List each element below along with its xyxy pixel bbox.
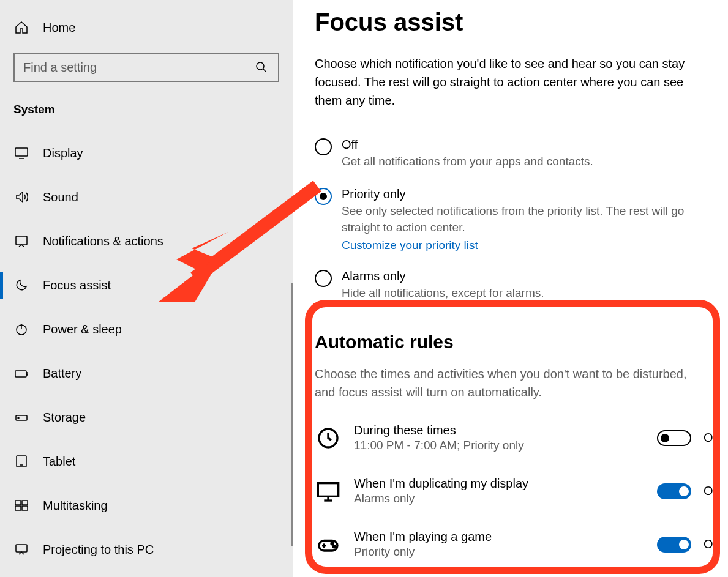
home-label: Home [43, 21, 75, 35]
power-icon [13, 321, 29, 337]
settings-sidebar: Home System Display Sound Notifications … [0, 0, 293, 577]
page-title: Focus assist [315, 9, 728, 36]
rule-title: During these times [354, 423, 645, 437]
home-nav[interactable]: Home [0, 11, 293, 44]
search-box[interactable] [13, 53, 279, 82]
radio-sub: Hide all notifications, except for alarm… [342, 285, 718, 302]
radio-sub: See only selected notifications from the… [342, 203, 718, 236]
toggle-state: On [704, 484, 728, 498]
display-icon [13, 145, 29, 161]
sidebar-item-display[interactable]: Display [0, 131, 293, 175]
monitor-icon [315, 478, 342, 505]
svg-rect-16 [22, 506, 28, 510]
radio-alarms-only[interactable]: Alarms only Hide all notifications, exce… [315, 269, 728, 302]
home-icon [13, 20, 29, 35]
sidebar-item-label: Notifications & actions [43, 234, 163, 248]
sidebar-item-multitasking[interactable]: Multitasking [0, 483, 293, 527]
storage-icon [13, 409, 29, 425]
rule-playing-game[interactable]: When I'm playing a game Priority only On [315, 530, 728, 559]
rule-title: When I'm playing a game [354, 530, 645, 544]
svg-point-26 [333, 545, 335, 547]
sidebar-item-battery[interactable]: Battery [0, 351, 293, 395]
radio-priority-only[interactable]: Priority only See only selected notifica… [315, 187, 728, 252]
svg-rect-19 [318, 483, 338, 496]
sidebar-item-sound[interactable]: Sound [0, 175, 293, 219]
projecting-icon [13, 542, 29, 557]
rule-during-times[interactable]: During these times 11:00 PM - 7:00 AM; P… [315, 423, 728, 452]
sidebar-item-label: Battery [43, 367, 81, 381]
radio-off[interactable]: Off Get all notifications from your apps… [315, 138, 728, 170]
sidebar-item-label: Focus assist [43, 278, 111, 292]
rule-sub: Alarms only [354, 492, 645, 505]
main-content: Focus assist Choose which notification y… [293, 0, 728, 577]
rule-toggle[interactable] [657, 537, 691, 553]
sidebar-item-power[interactable]: Power & sleep [0, 307, 293, 351]
toggle-state: Off [704, 431, 728, 445]
battery-icon [13, 365, 29, 381]
svg-rect-15 [15, 506, 21, 510]
page-description: Choose which notification you'd like to … [315, 54, 713, 110]
sidebar-item-focus-assist[interactable]: Focus assist [0, 263, 293, 307]
rule-sub: 11:00 PM - 7:00 AM; Priority only [354, 439, 645, 452]
sidebar-item-label: Power & sleep [43, 322, 122, 337]
sidebar-item-notifications[interactable]: Notifications & actions [0, 219, 293, 263]
automatic-rules-desc: Choose the times and activities when you… [315, 365, 707, 401]
svg-point-0 [257, 62, 264, 70]
rule-sub: Priority only [354, 545, 645, 559]
gamepad-icon [315, 531, 342, 558]
sidebar-item-label: Projecting to this PC [43, 543, 154, 557]
automatic-rules-title: Automatic rules [315, 332, 728, 352]
rule-toggle[interactable] [657, 483, 691, 499]
sidebar-item-label: Sound [43, 190, 78, 204]
tablet-icon [13, 453, 29, 469]
svg-point-25 [331, 542, 333, 544]
focus-mode-group: Off Get all notifications from your apps… [315, 138, 728, 301]
search-input[interactable] [23, 61, 253, 75]
sidebar-item-tablet[interactable]: Tablet [0, 439, 293, 483]
radio-sub: Get all notifications from your apps and… [342, 153, 718, 170]
svg-rect-7 [15, 371, 26, 377]
radio-label: Alarms only [342, 269, 718, 283]
sidebar-item-label: Tablet [43, 455, 75, 469]
customize-priority-link[interactable]: Customize your priority list [342, 239, 478, 252]
toggle-state: On [704, 537, 728, 551]
svg-rect-2 [15, 148, 28, 156]
sidebar-item-label: Storage [43, 411, 86, 425]
rule-duplicating-display[interactable]: When I'm duplicating my display Alarms o… [315, 477, 728, 505]
sidebar-item-label: Display [43, 146, 83, 160]
radio-label: Priority only [342, 187, 718, 201]
radio-label: Off [342, 138, 718, 152]
sidebar-item-storage[interactable]: Storage [0, 395, 293, 439]
clock-icon [315, 425, 342, 452]
svg-rect-13 [15, 501, 21, 505]
svg-rect-4 [16, 236, 27, 245]
nav-list: Display Sound Notifications & actions Fo… [0, 131, 293, 571]
sidebar-item-label: Multitasking [43, 499, 108, 513]
radio-button[interactable] [315, 188, 332, 205]
multitasking-icon [13, 497, 29, 513]
svg-rect-17 [16, 545, 27, 552]
svg-point-10 [18, 417, 19, 419]
rule-title: When I'm duplicating my display [354, 477, 645, 491]
moon-icon [13, 277, 29, 293]
notifications-icon [13, 233, 29, 249]
svg-rect-8 [26, 373, 28, 375]
radio-button[interactable] [315, 138, 332, 155]
radio-button[interactable] [315, 270, 332, 287]
svg-line-1 [263, 69, 266, 72]
sidebar-item-projecting[interactable]: Projecting to this PC [0, 527, 293, 571]
rule-toggle[interactable] [657, 430, 691, 446]
svg-rect-14 [22, 501, 28, 505]
search-icon [253, 59, 269, 75]
category-label: System [0, 92, 293, 131]
sound-icon [13, 189, 29, 205]
